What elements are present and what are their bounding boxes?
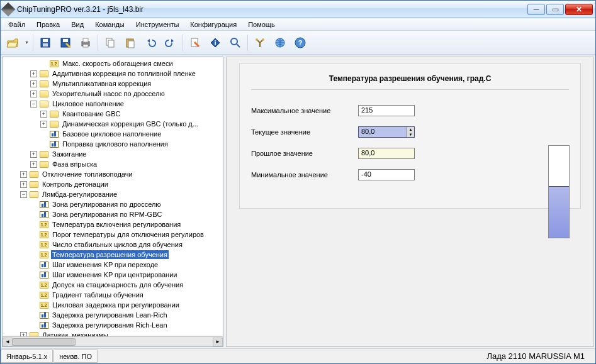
expand-icon[interactable]: + [20, 171, 27, 178]
collapse-icon[interactable]: − [30, 101, 37, 108]
prev-label: Прошлое значение [251, 150, 358, 157]
expand-icon[interactable]: + [20, 181, 27, 188]
edit-icon[interactable] [187, 35, 203, 51]
expand-icon[interactable]: + [30, 151, 37, 158]
tree-item-label: Зажигание [51, 150, 88, 158]
tree-item[interactable]: 1.2Температура включения регулирования [3, 219, 223, 229]
tree-connector [30, 241, 37, 248]
tree-item-label: Цикловое наполнение [51, 99, 125, 108]
tree-item[interactable]: +Отключение топливоподачи [3, 169, 223, 179]
tree-connector [30, 292, 37, 299]
print-icon[interactable] [77, 35, 94, 51]
tree-item[interactable]: 1.2Макс. скорость обогащения смеси [3, 58, 223, 69]
tree-item[interactable]: Шаг изменения KP при центрировании [3, 270, 223, 280]
status-firmware: неизв. ПО [53, 350, 98, 363]
expand-icon[interactable]: + [40, 111, 47, 118]
tree-connector [40, 60, 47, 67]
tree-item[interactable]: 1.2Допуск на стационарность для обучения [3, 280, 223, 290]
titlebar: ChipTuningPRO ver.3.21 - j5ls_l43.bir ─ … [1, 1, 595, 18]
menu-config[interactable]: Конфигурация [185, 19, 242, 30]
tree-item[interactable]: 1.2Цикловая задержка при регулировании [3, 300, 223, 310]
tree-item[interactable]: +Зажигание [3, 149, 223, 159]
tree-item[interactable]: Задержка регулирования Lean-Rich [3, 310, 223, 320]
find-icon[interactable] [227, 35, 244, 51]
gauge-fill [549, 186, 569, 238]
tree-item[interactable]: +Контроль детонации [3, 179, 223, 189]
tree-item-label: Динамическая коррекция GBC (только д... [61, 119, 200, 128]
info-icon[interactable]: i [207, 35, 223, 51]
expand-icon[interactable]: + [30, 161, 37, 168]
tree-item-label: Цикловая задержка при регулировании [51, 301, 181, 309]
menu-view[interactable]: Вид [66, 19, 89, 30]
spin-up-icon[interactable]: ▲ [407, 127, 414, 132]
paste-icon[interactable] [122, 35, 138, 51]
minimize-button[interactable]: ─ [527, 4, 545, 15]
tree-item[interactable]: Зона регулирования по RPM-GBC [3, 209, 223, 219]
expand-icon[interactable]: + [30, 70, 37, 77]
menu-edit[interactable]: Правка [31, 19, 65, 30]
tree-item[interactable]: Задержка регулирования Rich-Lean [3, 320, 223, 330]
toolbar: ▼ i [1, 31, 595, 55]
scalar-icon: 1.2 [39, 301, 48, 309]
min-value: -40 [358, 169, 415, 180]
copy-icon[interactable] [102, 35, 118, 51]
tree-item[interactable]: +Мультипликативная коррекция [3, 79, 223, 89]
tree-item[interactable]: +Фаза впрыска [3, 159, 223, 169]
maximize-button[interactable]: ▭ [546, 4, 564, 15]
folder-open-icon [29, 190, 38, 199]
tree-panel: 1.2Макс. скорость обогащения смеси+Аддит… [2, 57, 223, 347]
svg-rect-7 [83, 45, 88, 47]
net-icon[interactable] [272, 35, 288, 51]
folder-icon [29, 170, 38, 179]
scalar-icon: 1.2 [49, 60, 59, 68]
close-button[interactable]: ✕ [565, 4, 593, 15]
expand-icon[interactable]: + [30, 80, 37, 87]
tree-item[interactable]: +Аддитивная коррекция по топливной пленк… [3, 69, 223, 79]
tree-item[interactable]: 1.2Температура разрешения обучения [3, 250, 223, 260]
tree-item[interactable]: Шаг изменения KP при переходе [3, 260, 223, 270]
tree-connector [30, 262, 37, 268]
tree-item[interactable]: +Динамическая коррекция GBC (только д... [3, 119, 223, 129]
tree-item[interactable]: Зона регулирования по дросселю [3, 199, 223, 209]
status-vehicle: Лада 2110 MARUSSIA M1 [481, 350, 595, 363]
tree-item[interactable]: 1.2Порог температуры для отключения регу… [3, 229, 223, 240]
menu-help[interactable]: Помощь [243, 19, 280, 30]
scroll-left-icon[interactable]: ◄ [3, 338, 13, 346]
menu-commands[interactable]: Команды [90, 19, 130, 30]
saveas-icon[interactable] [57, 35, 74, 51]
tree-item[interactable]: Поправка циклового наполнения [3, 139, 223, 149]
tree-item[interactable]: +Квантование GBC [3, 109, 223, 119]
tree-connector [30, 282, 37, 289]
main-panel: Температура разрешения обучения, град.С … [226, 57, 594, 347]
folder-icon [29, 180, 38, 189]
scalar-icon: 1.2 [39, 241, 48, 249]
folder-open-icon [39, 100, 48, 108]
save-icon[interactable] [37, 35, 53, 51]
expand-icon[interactable]: + [40, 121, 47, 128]
scroll-thumb[interactable] [13, 338, 76, 346]
tools-icon[interactable] [252, 35, 268, 51]
expand-icon[interactable]: + [30, 91, 37, 97]
collapse-icon[interactable]: − [20, 191, 27, 198]
tree-item[interactable]: Базовое цикловое наполнение [3, 129, 223, 139]
tree-item[interactable]: 1.2Градиент таблицы обучения [3, 290, 223, 300]
undo-icon[interactable] [142, 35, 159, 51]
tree-hscrollbar[interactable]: ◄ ► [3, 336, 223, 346]
max-label: Максимальное значение [251, 107, 358, 114]
tree-connector [30, 272, 37, 279]
redo-icon[interactable] [162, 35, 179, 51]
tree-item-label: Зона регулирования по RPM-GBC [51, 210, 163, 219]
tree-item-label: Шаг изменения KP при центрировании [51, 270, 178, 279]
scroll-right-icon[interactable]: ► [213, 338, 223, 346]
tree-item-label: Число стабильных циклов для обучения [51, 240, 184, 249]
tree-item[interactable]: −Цикловое наполнение [3, 99, 223, 109]
menu-file[interactable]: Файл [3, 19, 30, 30]
current-value-input[interactable]: 80,0 ▲ ▼ [358, 126, 415, 138]
menu-tools[interactable]: Инструменты [131, 19, 184, 30]
tree-item[interactable]: −Лямбда-регулирование [3, 189, 223, 199]
tree-item[interactable]: +Ускорительный насос по дросселю [3, 89, 223, 99]
open-icon[interactable] [4, 35, 21, 51]
help-icon[interactable]: ? [292, 35, 308, 51]
tree-item[interactable]: 1.2Число стабильных циклов для обучения [3, 240, 223, 250]
spin-down-icon[interactable]: ▼ [407, 132, 414, 137]
